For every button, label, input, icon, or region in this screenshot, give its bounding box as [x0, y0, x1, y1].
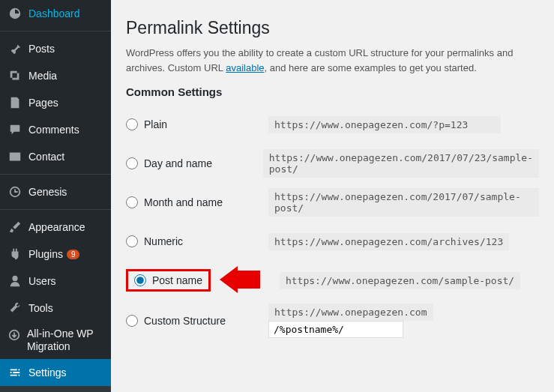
menu-separator	[0, 209, 111, 210]
option-row-month-name: Month and name https://www.onepagezen.co…	[126, 187, 539, 218]
url-example-plain: https://www.onepagezen.com/?p=123	[268, 116, 501, 133]
url-example-day-name: https://www.onepagezen.com/2017/07/23/sa…	[263, 149, 539, 178]
sidebar-item-tools[interactable]: Tools	[0, 295, 111, 322]
option-label-plain[interactable]: Plain	[126, 118, 268, 130]
option-row-numeric: Numeric https://www.onepagezen.com/archi…	[126, 226, 539, 257]
page-title: Permalink Settings	[126, 18, 539, 38]
settings-submenu: General Writing Reading	[0, 386, 111, 392]
sidebar-label: Appearance	[28, 221, 85, 233]
sidebar-label: Pages	[28, 97, 58, 109]
admin-sidebar: Dashboard Posts Media Pages Comments Con…	[0, 0, 111, 392]
sidebar-item-settings[interactable]: Settings	[0, 359, 111, 386]
highlight-box: Post name	[126, 269, 211, 292]
menu-separator	[0, 174, 111, 175]
menu-separator	[0, 31, 111, 31]
sidebar-label: Users	[28, 275, 56, 287]
settings-icon	[7, 365, 22, 380]
url-example-post-name: https://www.onepagezen.com/sample-post/	[280, 272, 520, 289]
sidebar-label: Genesis	[28, 186, 67, 198]
option-label-numeric[interactable]: Numeric	[126, 235, 268, 247]
radio-day-name[interactable]	[126, 157, 138, 169]
sidebar-item-genesis[interactable]: Genesis	[0, 178, 111, 205]
option-row-post-name: Post name https://www.onepagezen.com/sam…	[126, 265, 539, 296]
custom-structure-input[interactable]	[268, 321, 403, 338]
sidebar-item-appearance[interactable]: Appearance	[0, 214, 111, 241]
sidebar-item-plugins[interactable]: Plugins 9	[0, 241, 111, 268]
page-description: WordPress offers you the ability to crea…	[126, 46, 539, 75]
option-row-day-name: Day and name https://www.onepagezen.com/…	[126, 148, 539, 179]
plug-icon	[7, 247, 22, 262]
page-icon	[7, 95, 22, 110]
sidebar-label: Posts	[28, 43, 55, 55]
wrench-icon	[7, 301, 22, 316]
sidebar-item-comments[interactable]: Comments	[0, 116, 111, 143]
sidebar-item-posts[interactable]: Posts	[0, 35, 111, 62]
red-arrow-icon	[220, 266, 260, 295]
user-icon	[7, 274, 22, 289]
sidebar-label: Comments	[28, 124, 79, 136]
radio-month-name[interactable]	[126, 196, 138, 208]
main-content: Permalink Settings WordPress offers you …	[111, 0, 554, 392]
sidebar-item-contact[interactable]: Contact	[0, 143, 111, 170]
option-row-custom: Custom Structure https://www.onepagezen.…	[126, 304, 539, 338]
sidebar-item-media[interactable]: Media	[0, 62, 111, 89]
comment-icon	[7, 122, 22, 137]
sidebar-label: Plugins	[28, 248, 63, 260]
update-badge: 9	[67, 250, 80, 259]
url-example-month-name: https://www.onepagezen.com/2017/07/sampl…	[268, 188, 539, 217]
genesis-icon	[7, 184, 22, 199]
radio-plain[interactable]	[126, 118, 138, 130]
submenu-item-general[interactable]: General	[0, 386, 111, 392]
option-label-month-name[interactable]: Month and name	[126, 196, 268, 208]
option-label-custom[interactable]: Custom Structure	[126, 315, 268, 327]
dashboard-icon	[7, 6, 22, 21]
sidebar-label: Media	[28, 70, 57, 82]
media-icon	[7, 68, 22, 83]
radio-custom[interactable]	[126, 315, 138, 327]
sidebar-item-migration[interactable]: All-in-One WP Migration	[0, 322, 111, 359]
sidebar-label: Contact	[28, 151, 64, 163]
migration-icon	[7, 328, 21, 343]
pin-icon	[7, 41, 22, 56]
sidebar-label: Tools	[28, 302, 53, 314]
sidebar-label: All-in-One WP Migration	[27, 328, 103, 353]
option-label-day-name[interactable]: Day and name	[126, 157, 263, 169]
sidebar-item-pages[interactable]: Pages	[0, 89, 111, 116]
sidebar-item-users[interactable]: Users	[0, 268, 111, 295]
brush-icon	[7, 220, 22, 235]
sidebar-item-dashboard[interactable]: Dashboard	[0, 0, 111, 27]
url-example-numeric: https://www.onepagezen.com/archives/123	[268, 233, 509, 250]
url-base-custom: https://www.onepagezen.com	[268, 304, 433, 321]
section-heading: Common Settings	[126, 85, 539, 98]
option-label-post-name[interactable]: Post name	[134, 274, 202, 286]
option-row-plain: Plain https://www.onepagezen.com/?p=123	[126, 109, 539, 140]
radio-post-name[interactable]	[134, 274, 146, 286]
tags-available-link[interactable]: available	[226, 62, 264, 73]
sidebar-label: Settings	[28, 367, 67, 379]
sidebar-label: Dashboard	[28, 7, 80, 19]
mail-icon	[7, 149, 22, 164]
radio-numeric[interactable]	[126, 235, 138, 247]
